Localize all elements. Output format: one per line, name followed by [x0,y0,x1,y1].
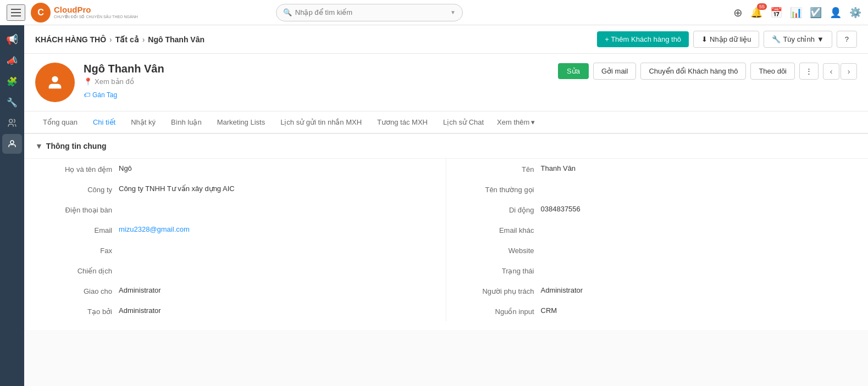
nav-arrows: ‹ › [823,63,857,80]
label-email: Email [35,225,112,234]
tab-xem-them-label: Xem thêm [497,118,529,126]
search-dropdown-icon[interactable]: ▼ [450,9,456,15]
send-mail-button[interactable]: Gởi mail [593,63,636,80]
breadcrumb-sep2: › [142,35,145,44]
label-trang-thai: Trạng thái [457,266,534,275]
sidebar-item-contacts-group[interactable] [2,113,22,133]
tab-tuong-tac-mxh[interactable]: Tương tác MXH [369,111,435,134]
breadcrumb-current: Ngô Thanh Vân [148,35,204,44]
settings-icon[interactable]: ⚙️ [849,7,861,19]
next-button[interactable]: › [841,63,857,80]
field-ten-thuong-goi: Tên thường gọi [446,179,869,199]
tab-lich-su-gui-tin[interactable]: Lịch sử gửi tin nhắn MXH [273,111,369,134]
customize-button[interactable]: 🔧 Tùy chỉnh ▼ [764,31,832,48]
svg-point-4 [52,76,58,82]
value-nguon-input: CRM [541,306,858,315]
field-nguoi-phu-trach: Người phụ trách Administrator [446,281,869,301]
edit-button[interactable]: Sửa [558,63,589,79]
notification-icon[interactable]: 🔔 55 [750,7,762,19]
chart-icon[interactable]: 📊 [790,7,802,19]
search-input[interactable] [295,8,450,16]
logo-subtitle: CHUYỂN ĐỔI SỐ CHUYÊN SÂU THEO NGÀNH [54,15,138,19]
breadcrumb-middle[interactable]: Tất cả [115,35,139,44]
import-data-button[interactable]: ⬇ Nhập dữ liệu [693,31,759,48]
tab-binh-luan[interactable]: Bình luận [163,111,209,134]
label-ho-va-ten-dem: Họ và tên đệm [35,164,112,174]
search-bar: 🔍 ▼ [276,4,463,21]
label-ten-thuong-goi: Tên thường gọi [457,184,534,194]
label-tao-boi: Tạo bởi [35,306,112,316]
tab-marketing-lists[interactable]: Marketing Lists [209,111,273,134]
profile-header: Ngô Thanh Vân 📍 Xem bản đồ 🏷 Gán Tag Sửa… [24,54,868,111]
section-title: Thông tin chung [46,142,107,150]
profile-name: Ngô Thanh Vân [84,63,549,75]
tab-chi-tiet[interactable]: Chi tiết [85,111,123,134]
breadcrumb-actions: + Thêm Khách hàng thô ⬇ Nhập dữ liệu 🔧 T… [597,31,857,48]
value-giao-cho: Administrator [119,286,435,294]
label-ten: Tên [457,164,534,174]
prev-button[interactable]: ‹ [823,63,839,80]
avatar [35,63,75,102]
value-di-dong: 0384837556 [541,205,858,213]
tabs-bar: Tổng quan Chi tiết Nhật ký Bình luận Mar… [24,111,868,134]
customize-arrow-icon: ▼ [817,35,824,43]
import-label: Nhập dữ liệu [710,35,751,43]
top-navbar: C CloudPro CHUYỂN ĐỔI SỐ CHUYÊN SÂU THEO… [0,0,868,25]
tab-xem-them[interactable]: Xem thêm ▾ [491,111,540,133]
field-chien-dich: Chiến dịch [24,260,446,281]
field-trang-thai: Trạng thái [446,260,869,281]
sidebar-item-tools[interactable]: 🔧 [2,92,22,112]
form-grid: Họ và tên đệm Ngô Công ty Công ty TNHH T… [24,159,868,330]
field-email-khac: Email khác [446,220,869,240]
value-tao-boi: Administrator [119,306,435,315]
label-dien-thoai-ban: Điện thoại bàn [35,205,112,214]
value-email[interactable]: mizu2328@gmail.com [119,225,435,233]
tab-lich-su-chat[interactable]: Lịch sử Chat [435,111,491,134]
follow-button[interactable]: Theo dõi [750,63,795,80]
sidebar-item-marketing[interactable]: 📣 [2,51,22,70]
profile-tag[interactable]: 🏷 Gán Tag [84,91,549,99]
section-toggle[interactable]: ▼ [35,142,43,150]
field-fax: Fax [24,240,446,260]
help-button[interactable]: ? [837,31,857,48]
add-customer-button[interactable]: + Thêm Khách hàng thô [597,31,689,47]
main-layout: 📢 📣 🧩 🔧 KHÁCH HÀNG THÔ › Tất cả › Ngô Th… [0,25,868,386]
calendar-icon[interactable]: 📅 [770,7,782,19]
svg-point-2 [9,119,13,122]
hamburger-button[interactable] [7,4,25,21]
profile-location[interactable]: 📍 Xem bản đồ [84,77,549,86]
field-ten: Tên Thanh Vân [446,159,869,179]
field-dien-thoai-ban: Điện thoại bàn [24,199,446,220]
convert-button[interactable]: Chuyển đổi Khách hàng thô [640,63,746,80]
logo-name: CloudPro [54,5,138,15]
tag-icon: 🏷 [84,91,90,99]
label-nguon-input: Nguồn input [457,306,534,316]
profile-actions: Sửa Gởi mail Chuyển đổi Khách hàng thô T… [558,63,857,80]
user-icon[interactable]: 👤 [830,7,842,19]
section-header: ▼ Thông tin chung [24,134,868,159]
form-col-left: Họ và tên đệm Ngô Công ty Công ty TNHH T… [24,159,446,321]
more-actions-button[interactable]: ⋮ [799,63,819,80]
tab-tong-quan[interactable]: Tổng quan [35,111,85,134]
sidebar-item-announcements[interactable]: 📢 [2,30,22,49]
sidebar-item-extensions[interactable]: 🧩 [2,71,22,91]
field-cong-ty: Công ty Công ty TNHH Tư vấn xây dựng AIC [24,179,446,199]
field-email: Email mizu2328@gmail.com [24,220,446,240]
value-ten: Thanh Vân [541,164,858,172]
profile-info: Ngô Thanh Vân 📍 Xem bản đồ 🏷 Gán Tag [84,63,549,99]
value-nguoi-phu-trach: Administrator [541,286,858,294]
tasks-icon[interactable]: ☑️ [810,7,822,19]
sidebar-item-contacts[interactable] [2,134,22,154]
tab-nhat-ky[interactable]: Nhật ký [123,111,163,134]
logo-icon: C [31,3,51,23]
add-icon[interactable]: ⊕ [733,6,743,19]
field-website: Website [446,240,869,260]
search-icon: 🔍 [283,8,292,16]
customize-label: Tùy chỉnh [783,35,814,43]
nav-right: ⊕ 🔔 55 📅 📊 ☑️ 👤 ⚙️ [733,6,861,19]
breadcrumb-root[interactable]: KHÁCH HÀNG THÔ [35,35,106,44]
label-giao-cho: Giao cho [35,286,112,295]
import-icon: ⬇ [701,35,707,43]
field-di-dong: Di động 0384837556 [446,199,869,220]
main-content: KHÁCH HÀNG THÔ › Tất cả › Ngô Thanh Vân … [24,25,868,386]
